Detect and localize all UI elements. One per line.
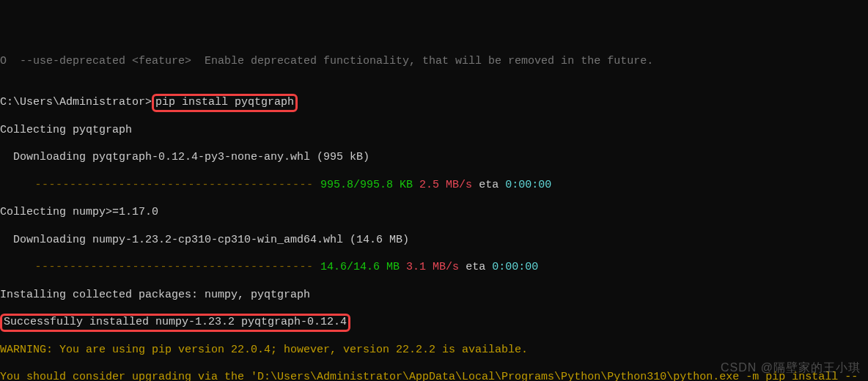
terminal-line: Downloading pyqtgraph-0.12.4-py3-none-an… [0,151,868,165]
terminal-line: Collecting numpy>=1.17.0 [0,206,868,220]
progress-line: ----------------------------------------… [0,179,868,193]
prompt: C:\Users\Administrator> [0,96,152,108]
terminal-line: Successfully installed numpy-1.23.2 pyqt… [0,316,868,330]
terminal-line: O --use-deprecated <feature> Enable depr… [0,55,868,69]
watermark: CSDN @隔壁家的王小琪 [721,360,861,375]
terminal-line: Collecting pyqtgraph [0,124,868,138]
highlighted-success: Successfully installed numpy-1.23.2 pyqt… [0,314,350,332]
terminal-line: Downloading numpy-1.23.2-cp310-cp310-win… [0,234,868,248]
warning-line: WARNING: You are using pip version 22.0.… [0,344,868,358]
highlighted-command: pip install pyqtgraph [152,94,298,112]
progress-line: ----------------------------------------… [0,261,868,275]
terminal-line[interactable]: C:\Users\Administrator>pip install pyqtg… [0,96,868,110]
terminal-line: Installing collected packages: numpy, py… [0,289,868,303]
